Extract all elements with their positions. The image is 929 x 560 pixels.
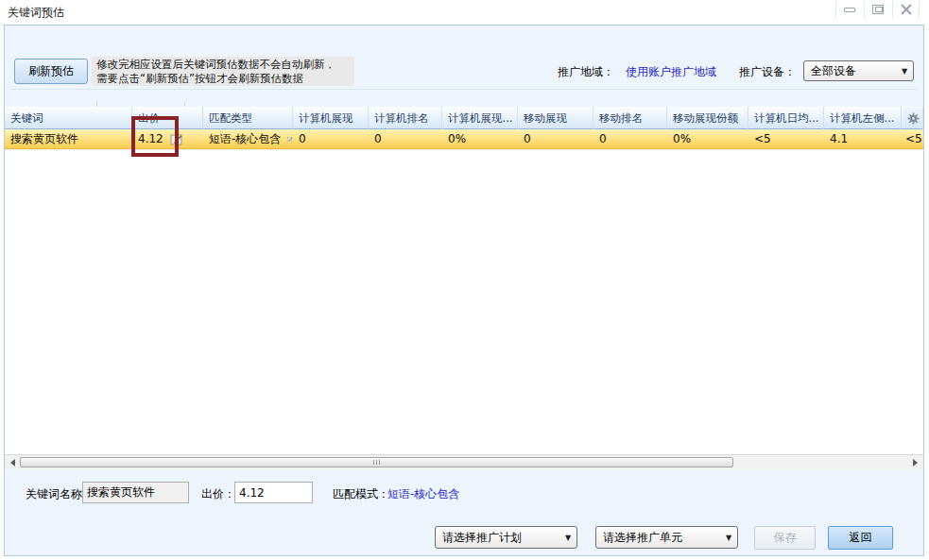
cell-mobile-impressions: 0 xyxy=(518,130,594,148)
region-label: 推广地域： xyxy=(558,64,614,80)
cell-match-type: 短语-核心包含 xyxy=(203,130,293,148)
refresh-forecast-button[interactable]: 刷新预估 xyxy=(14,59,88,84)
match-mode-value[interactable]: 短语-核心包含 xyxy=(387,486,459,502)
cell-keyword: 搜索黄页软件 xyxy=(5,130,132,148)
column-header-computer-impression-share[interactable]: 计算机展现... xyxy=(442,107,518,129)
chevron-down-icon: ▼ xyxy=(896,67,913,76)
keyword-forecast-window: 关键词预估 刷新预估 修改完相应设置后关键词预估数据不会自动刷新， 需要点击“刷… xyxy=(0,0,929,560)
column-header-computer-rank[interactable]: 计算机排名 xyxy=(369,107,442,129)
main-panel: 刷新预估 修改完相应设置后关键词预估数据不会自动刷新， 需要点击“刷新预估”按钮… xyxy=(4,25,924,556)
window-title: 关键词预估 xyxy=(8,5,64,21)
device-select[interactable]: 全部设备 ▼ xyxy=(803,60,914,81)
match-type-value: 短语-核心包含 xyxy=(209,130,281,148)
titlebar: 关键词预估 xyxy=(0,0,929,25)
cell-computer-left: 4.1 xyxy=(824,130,902,148)
chevron-down-icon: ▼ xyxy=(720,534,737,542)
cell-mobile-impression-share: 0% xyxy=(667,130,748,148)
cell-computer-daily: <5 xyxy=(748,130,824,148)
close-icon xyxy=(901,4,912,15)
column-header-computer-daily[interactable]: 计算机日均... xyxy=(748,107,824,129)
table-header: 关键词 出价 匹配类型 计算机展现 计算机排名 计算机展现... 移动展现 移动… xyxy=(5,107,923,129)
device-select-value: 全部设备 xyxy=(804,63,896,79)
column-header-computer-left[interactable]: 计算机左侧... xyxy=(824,107,902,129)
cell-computer-impression-share: 0% xyxy=(442,130,518,148)
column-header-keyword[interactable]: 关键词 xyxy=(5,107,132,129)
adgroup-select[interactable]: 请选择推广单元 ▼ xyxy=(595,526,738,549)
refresh-note: 修改完相应设置后关键词预估数据不会自动刷新， 需要点击“刷新预估”按钮才会刷新预… xyxy=(92,57,354,86)
cell-mobile-rank: 0 xyxy=(594,130,667,148)
scroll-left-button[interactable] xyxy=(7,457,19,468)
column-header-mobile-rank[interactable]: 移动排名 xyxy=(594,107,667,129)
arrow-right-icon xyxy=(913,459,918,467)
column-header-mobile-impressions[interactable]: 移动展现 xyxy=(518,107,594,129)
bid-value: 4.12 xyxy=(138,130,163,148)
back-button[interactable]: 返回 xyxy=(828,526,893,550)
column-header-computer-impressions[interactable]: 计算机展现 xyxy=(293,107,369,129)
keyword-name-field[interactable] xyxy=(82,482,189,503)
maximize-icon xyxy=(872,5,884,14)
bid-field[interactable] xyxy=(234,482,313,503)
region-link[interactable]: 使用账户推广地域 xyxy=(626,64,716,80)
device-label: 推广设备： xyxy=(739,64,796,80)
cell-computer-impressions: 0 xyxy=(293,130,369,148)
campaign-select[interactable]: 请选择推广计划 ▼ xyxy=(435,526,577,549)
scroll-right-button[interactable] xyxy=(909,457,921,468)
refresh-note-line2: 需要点击“刷新预估”按钮才会刷新预估数据 xyxy=(96,72,350,86)
table-body-empty xyxy=(5,150,923,454)
scrollbar-grip-icon xyxy=(372,460,381,465)
toolbar-divider xyxy=(10,89,918,90)
edit-bid-icon[interactable] xyxy=(170,133,183,145)
maximize-button[interactable] xyxy=(864,1,891,18)
scrollbar-thumb[interactable] xyxy=(20,457,733,467)
minimize-icon xyxy=(844,8,855,12)
horizontal-scrollbar[interactable] xyxy=(5,454,923,469)
cell-mobile-extra: <5 xyxy=(902,130,923,148)
table-row[interactable]: 搜索黄页软件 4.12 短语-核心包含 0 0 0% 0 0 0% xyxy=(5,129,923,149)
cell-bid: 4.12 xyxy=(132,130,203,148)
bid-label: 出价： xyxy=(201,486,235,502)
adgroup-select-value: 请选择推广单元 xyxy=(596,530,720,546)
column-settings-button[interactable] xyxy=(903,108,922,128)
gear-icon xyxy=(907,112,920,125)
arrow-left-icon xyxy=(10,459,15,467)
match-mode-label: 匹配模式： xyxy=(333,486,389,502)
column-header-bid[interactable]: 出价 xyxy=(132,107,203,129)
chevron-down-icon: ▼ xyxy=(559,534,576,542)
minimize-button[interactable] xyxy=(835,1,863,18)
refresh-note-line1: 修改完相应设置后关键词预估数据不会自动刷新， xyxy=(96,58,350,72)
close-button[interactable] xyxy=(892,1,920,18)
save-button[interactable]: 保存 xyxy=(754,526,816,550)
campaign-select-value: 请选择推广计划 xyxy=(436,530,559,546)
cell-computer-rank: 0 xyxy=(369,130,442,148)
column-header-match-type[interactable]: 匹配类型 xyxy=(203,107,293,129)
column-header-mobile-impression-share[interactable]: 移动展现份额 xyxy=(667,107,748,129)
